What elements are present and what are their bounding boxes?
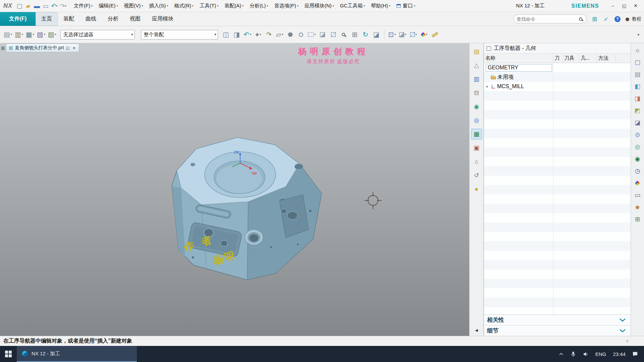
display-mode-button[interactable]: ◪ (633, 118, 642, 127)
tree-row-mcs_mill[interactable]: +MCS_MILL (484, 82, 631, 91)
measure-button[interactable] (430, 28, 440, 41)
pan-view-button[interactable]: ⊞ (350, 28, 360, 41)
community-button[interactable]: ☻ (633, 202, 642, 212)
shaded-view-button[interactable] (318, 28, 328, 41)
tab-list-icon[interactable]: ▤ (0, 44, 6, 52)
tab-restore-icon[interactable]: ◱ (66, 46, 70, 50)
tree-expander-icon[interactable]: + (486, 84, 491, 89)
language-indicator[interactable]: ENG (595, 351, 606, 357)
move-object-button[interactable]: ↷ (264, 28, 274, 41)
minimize-button[interactable] (608, 2, 618, 10)
selection-filter-dropdown[interactable]: 无选择过滤器 (60, 30, 135, 40)
3d-model[interactable]: 作 者 杨明 ZM XM (0, 43, 469, 336)
shading-tool-button[interactable]: ◩ (633, 106, 642, 115)
create-tool-button[interactable]: ▥ (14, 28, 24, 41)
menu-item-5[interactable]: 格式(R) (171, 1, 197, 11)
create-method-button[interactable]: ▧ (36, 28, 46, 41)
undo-button[interactable]: ↶ (51, 2, 58, 10)
section-tool-button[interactable]: ◨ (633, 94, 642, 103)
tab-close-icon[interactable] (72, 45, 76, 51)
command-search[interactable] (514, 14, 587, 23)
column-header-3[interactable]: 刀具 (563, 54, 579, 63)
machine-navigator-button[interactable]: ⌂ (471, 156, 482, 167)
selection-scope-dropdown[interactable]: 整个装配 (141, 30, 218, 40)
menu-item-3[interactable]: 视图(V) (121, 1, 146, 11)
settings-gear-button[interactable]: ☼ (633, 46, 642, 55)
edit-section-button[interactable]: ◪ (371, 28, 381, 41)
details-section[interactable]: 细节 (484, 325, 631, 336)
process-studio-button[interactable]: ↺ (471, 170, 482, 181)
create-operation-button[interactable]: ▨ (47, 28, 57, 41)
minimize-ribbon-button[interactable]: ✓ (601, 14, 611, 24)
menu-item-7[interactable]: 装配(A) (221, 1, 247, 11)
palette-button[interactable] (633, 178, 642, 188)
menu-item-2[interactable]: 编辑(E) (96, 1, 121, 11)
tutorial-button[interactable]: ☻教程 (624, 14, 641, 24)
graphics-viewport[interactable]: 作 者 杨明 ZM XM 杨明原创教程 请支持 (0, 43, 469, 336)
window-section-button[interactable]: ◨ (232, 28, 242, 41)
constraint-navigator-button[interactable]: △ (471, 60, 482, 71)
close-button[interactable] (631, 2, 641, 10)
wireframe-view-button[interactable] (328, 28, 338, 41)
dependencies-section[interactable]: 相关性 (484, 314, 631, 325)
column-header-2[interactable]: 刀 (553, 54, 563, 63)
menu-item-1[interactable]: 文件(F) (71, 1, 96, 11)
create-program-button[interactable]: ▤ (3, 28, 13, 41)
polygon-sketch-button[interactable] (285, 28, 296, 41)
file-tab[interactable]: 文件(F) (0, 12, 36, 26)
menu-item-4[interactable]: 插入(S) (146, 1, 171, 11)
maximize-button[interactable] (619, 2, 629, 10)
part-tab[interactable]: ▤ 直角侧铣头打表分中.prt ◱ (6, 44, 79, 52)
target-button[interactable]: ◎ (633, 142, 642, 152)
tray-expand-icon[interactable] (559, 353, 564, 356)
search-input[interactable] (517, 16, 579, 22)
view-cube-button[interactable]: ◧ (633, 82, 642, 91)
snap-point-button[interactable]: ⌖ (253, 28, 263, 41)
zoom-button[interactable] (339, 28, 349, 41)
column-header-5[interactable]: 方法 (597, 54, 615, 63)
orient-view-button[interactable]: ↶ (243, 28, 253, 41)
new-file-button[interactable]: ▢ (16, 2, 23, 10)
print-button[interactable]: ▭ (42, 2, 49, 10)
window-layout-button[interactable]: ⊞ (590, 14, 599, 24)
clock[interactable]: 23:44 (613, 351, 626, 357)
start-button[interactable] (0, 346, 17, 362)
taskbar-app-button[interactable]: NX 12 - 加工 (17, 346, 137, 362)
open-file-button[interactable]: ▰ (24, 2, 32, 10)
help-button[interactable]: ? (613, 14, 622, 24)
ribbon-tab-2[interactable]: 装配 (58, 12, 80, 26)
true-shading-button[interactable] (419, 28, 429, 41)
menu-item-11[interactable]: GC工具箱 (337, 1, 368, 11)
layers-button[interactable]: ▤ (633, 70, 642, 79)
menu-item-13[interactable]: 窗口 (393, 1, 418, 11)
ribbon-tab-3[interactable]: 曲线 (80, 12, 102, 26)
render-style-button[interactable] (398, 28, 408, 41)
menu-item-12[interactable]: 帮助(H) (368, 1, 393, 11)
column-header-4[interactable]: 几... (579, 54, 597, 63)
monitor-button[interactable]: ▭ (633, 190, 642, 200)
part-navigator-button[interactable]: ▥ (471, 74, 482, 84)
speaker-icon[interactable] (583, 352, 589, 357)
create-geometry-button[interactable]: ▦ (25, 28, 35, 41)
menu-item-9[interactable]: 首选项(P) (271, 1, 302, 11)
tree-row-未用项[interactable]: 未用项 (484, 72, 631, 82)
touch-mode-button[interactable]: ▢ (633, 58, 642, 67)
rotate-view-button[interactable]: ↻ (361, 28, 371, 41)
operation-navigator-button[interactable]: ▦ (471, 129, 482, 139)
rect-select-button[interactable] (307, 28, 317, 41)
ribbon-tab-5[interactable]: 视图 (124, 12, 146, 26)
microphone-icon[interactable] (570, 351, 576, 357)
menu-item-6[interactable]: 工具(T) (197, 1, 221, 11)
grid-button[interactable]: ⊞ (633, 215, 642, 224)
fit-view-button[interactable]: ⊡ (387, 28, 397, 41)
notification-icon[interactable] (632, 351, 638, 357)
ribbon-tab-1[interactable]: 主页 (36, 12, 58, 26)
clock-button[interactable]: ◷ (633, 166, 642, 176)
toolbar-overflow-button[interactable]: ▾ (635, 33, 641, 37)
history-button[interactable]: ● (471, 184, 482, 194)
status-close-icon[interactable] (626, 339, 629, 344)
globe-button[interactable]: ◉ (633, 154, 642, 164)
menu-item-10[interactable]: 应用模块(N) (302, 1, 337, 11)
feature-navigator-button[interactable]: ▣ (471, 142, 482, 153)
redo-button[interactable]: ↷ (59, 2, 67, 10)
